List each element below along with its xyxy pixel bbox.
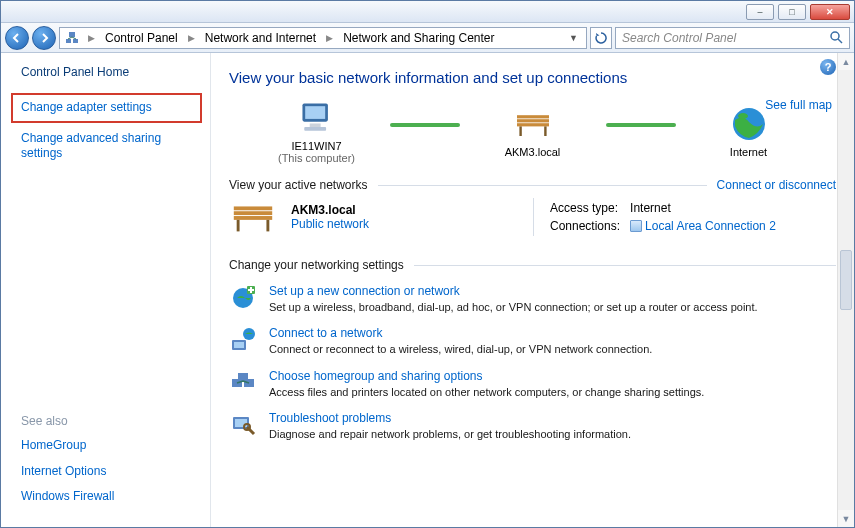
svg-rect-13	[544, 126, 546, 136]
section-label: Change your networking settings	[229, 258, 414, 272]
troubleshoot-icon	[229, 411, 257, 439]
task-setup-connection: Set up a new connection or network Set u…	[229, 284, 836, 314]
scroll-thumb[interactable]	[840, 250, 852, 310]
body: Control Panel Home Change adapter settin…	[1, 53, 854, 527]
task-desc: Access files and printers located on oth…	[269, 385, 704, 399]
active-network-type-link[interactable]: Public network	[291, 217, 369, 231]
vertical-scrollbar[interactable]: ▲ ▼	[837, 53, 854, 527]
map-node-router[interactable]: AKM3.local	[478, 104, 588, 158]
refresh-button[interactable]	[590, 27, 612, 49]
svg-point-15	[738, 113, 748, 119]
map-node-label: IE11WIN7	[291, 140, 341, 152]
svg-rect-2	[69, 32, 75, 37]
breadcrumb-item[interactable]: Network and Sharing Center	[341, 31, 496, 45]
svg-rect-8	[304, 127, 326, 131]
minimize-button[interactable]: –	[746, 4, 774, 20]
network-adapter-icon	[630, 220, 642, 232]
breadcrumb-item[interactable]: Control Panel	[103, 31, 180, 45]
maximize-button[interactable]: □	[778, 4, 806, 20]
arrow-right-icon	[39, 33, 49, 43]
map-node-label: Internet	[730, 146, 767, 158]
svg-rect-12	[519, 126, 521, 136]
task-homegroup: Choose homegroup and sharing options Acc…	[229, 369, 836, 399]
chevron-right-icon: ▶	[84, 33, 99, 43]
page-title: View your basic network information and …	[229, 69, 836, 86]
search-icon	[830, 31, 843, 44]
close-button[interactable]: ✕	[810, 4, 850, 20]
change-settings-header: Change your networking settings	[229, 258, 836, 272]
connect-network-icon	[229, 326, 257, 354]
see-full-map-link[interactable]: See full map	[765, 98, 832, 112]
search-placeholder: Search Control Panel	[622, 31, 736, 45]
refresh-icon	[595, 32, 607, 44]
internet-options-link[interactable]: Internet Options	[21, 464, 200, 480]
see-also-label: See also	[21, 414, 200, 428]
svg-rect-10	[517, 119, 549, 122]
breadcrumb-item[interactable]: Network and Internet	[203, 31, 318, 45]
map-connection-line	[390, 123, 460, 127]
connection-link[interactable]: Local Area Connection 2	[645, 219, 776, 233]
control-panel-home-link[interactable]: Control Panel Home	[21, 65, 200, 79]
task-link[interactable]: Set up a new connection or network	[269, 284, 758, 298]
task-desc: Set up a wireless, broadband, dial-up, a…	[269, 300, 758, 314]
chevron-right-icon: ▶	[322, 33, 337, 43]
task-desc: Diagnose and repair network problems, or…	[269, 427, 631, 441]
svg-line-4	[838, 39, 842, 43]
svg-rect-20	[266, 220, 269, 232]
chevron-right-icon: ▶	[184, 33, 199, 43]
access-type-value: Internet	[630, 200, 784, 216]
nav-forward-button[interactable]	[32, 26, 56, 50]
task-link[interactable]: Troubleshoot problems	[269, 411, 631, 425]
homegroup-link[interactable]: HomeGroup	[21, 438, 200, 454]
svg-point-3	[831, 32, 839, 40]
change-advanced-sharing-link[interactable]: Change advanced sharing settings	[21, 131, 200, 162]
breadcrumb-dropdown[interactable]: ▼	[565, 33, 582, 43]
svg-rect-19	[237, 220, 240, 232]
task-link[interactable]: Connect to a network	[269, 326, 652, 340]
window-titlebar: – □ ✕	[1, 1, 854, 23]
task-connect-network: Connect to a network Connect or reconnec…	[229, 326, 836, 356]
arrow-left-icon	[12, 33, 22, 43]
svg-rect-7	[309, 123, 320, 127]
homegroup-icon	[229, 369, 257, 397]
connections-label: Connections:	[550, 218, 628, 234]
section-label: View your active networks	[229, 178, 378, 192]
active-network-name: AKM3.local	[291, 203, 369, 217]
change-adapter-settings-link[interactable]: Change adapter settings	[11, 93, 202, 123]
network-center-icon	[64, 30, 80, 46]
svg-rect-0	[66, 39, 71, 43]
svg-rect-17	[234, 211, 272, 215]
content-pane: ? View your basic network information an…	[211, 53, 854, 527]
vertical-divider	[533, 198, 534, 236]
computer-icon	[297, 98, 337, 138]
map-node-this-pc[interactable]: IE11WIN7 (This computer)	[262, 98, 372, 164]
help-icon[interactable]: ?	[820, 59, 836, 75]
svg-rect-18	[234, 216, 272, 220]
svg-rect-11	[517, 123, 549, 126]
map-connection-line	[606, 123, 676, 127]
svg-rect-16	[234, 206, 272, 210]
windows-firewall-link[interactable]: Windows Firewall	[21, 489, 200, 505]
svg-rect-24	[234, 342, 244, 348]
task-link[interactable]: Choose homegroup and sharing options	[269, 369, 704, 383]
search-input[interactable]: Search Control Panel	[615, 27, 850, 49]
nav-back-button[interactable]	[5, 26, 29, 50]
map-node-sublabel: (This computer)	[278, 152, 355, 164]
scroll-up-button[interactable]: ▲	[838, 53, 854, 70]
breadcrumb-bar[interactable]: ▶ Control Panel ▶ Network and Internet ▶…	[59, 27, 587, 49]
svg-rect-28	[238, 373, 248, 381]
access-type-label: Access type:	[550, 200, 628, 216]
globe-icon	[729, 104, 769, 144]
svg-rect-9	[517, 115, 549, 118]
active-networks-header: View your active networks Connect or dis…	[229, 178, 836, 192]
map-node-internet[interactable]: Internet	[694, 104, 804, 158]
map-node-label: AKM3.local	[505, 146, 561, 158]
sidebar: Control Panel Home Change adapter settin…	[1, 53, 211, 527]
scroll-down-button[interactable]: ▼	[838, 510, 854, 527]
svg-rect-1	[73, 39, 78, 43]
bench-icon	[513, 104, 553, 144]
task-troubleshoot: Troubleshoot problems Diagnose and repai…	[229, 411, 836, 441]
connect-disconnect-link[interactable]: Connect or disconnect	[707, 178, 836, 192]
bench-icon	[229, 200, 277, 234]
task-desc: Connect or reconnect to a wireless, wire…	[269, 342, 652, 356]
